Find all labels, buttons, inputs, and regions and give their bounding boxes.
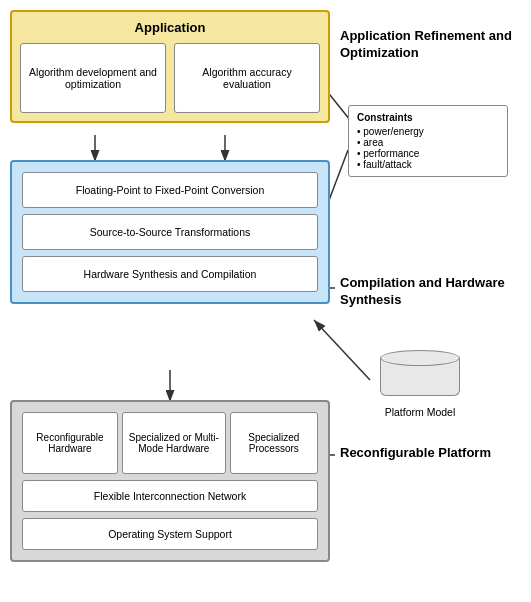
constraint-item: power/energy [357,126,499,137]
app-inner-row: Algorithm development and optimization A… [20,43,320,113]
source-to-source-box: Source-to-Source Transformations [22,214,318,250]
floating-point-box: Floating-Point to Fixed-Point Conversion [22,172,318,208]
specialized-multi-mode-box: Specialized or Multi-Mode Hardware [122,412,226,474]
application-title: Application [20,20,320,35]
constraint-item: area [357,137,499,148]
middle-box: Floating-Point to Fixed-Point Conversion… [10,160,330,304]
bottom-top-row: Reconfigurable Hardware Specialized or M… [22,412,318,474]
specialized-processors-box: Specialized Processors [230,412,318,474]
constraints-list: power/energy area performance fault/atta… [357,126,499,170]
constraints-title: Constraints [357,112,499,123]
constraint-item: performance [357,148,499,159]
compilation-label: Compilation and Hardware Synthesis [340,275,515,309]
platform-model: Platform Model [370,350,470,418]
algorithm-dev-box: Algorithm development and optimization [20,43,166,113]
reconfigurable-hardware-box: Reconfigurable Hardware [22,412,118,474]
algorithm-accuracy-box: Algorithm accuracy evaluation [174,43,320,113]
cylinder-top [380,350,460,366]
constraint-item: fault/attack [357,159,499,170]
hardware-synthesis-box: Hardware Synthesis and Compilation [22,256,318,292]
constraints-box: Constraints power/energy area performanc… [348,105,508,177]
refinement-label: Application Refinement and Optimization [340,28,515,62]
svg-line-7 [314,320,370,380]
flexible-interconnect-box: Flexible Interconnection Network [22,480,318,512]
diagram-container: Application Algorithm development and op… [0,0,531,602]
bottom-box: Reconfigurable Hardware Specialized or M… [10,400,330,562]
application-box: Application Algorithm development and op… [10,10,330,123]
reconfig-label: Reconfigurable Platform [340,445,515,462]
platform-model-label: Platform Model [370,406,470,418]
cylinder [380,350,460,404]
operating-system-box: Operating System Support [22,518,318,550]
